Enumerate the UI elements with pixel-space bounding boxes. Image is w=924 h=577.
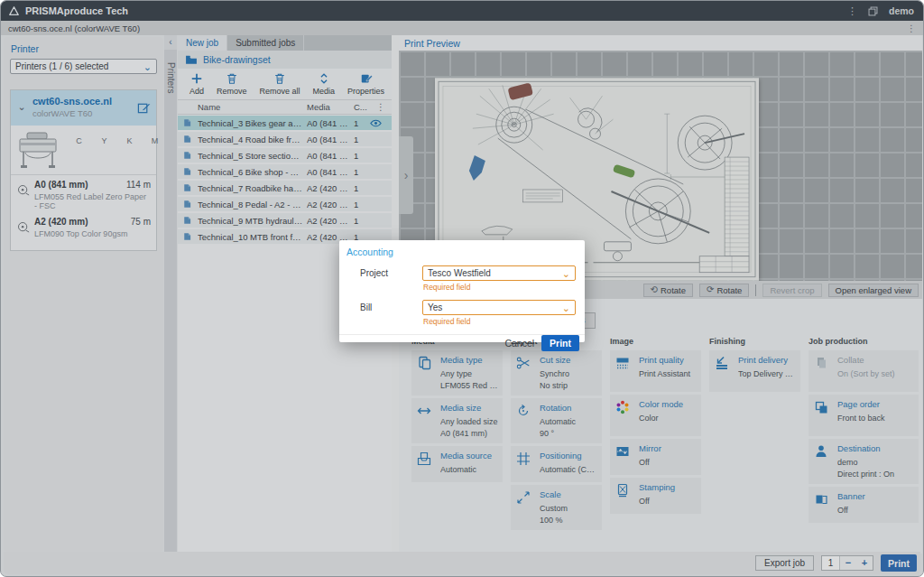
- dialog-print-button[interactable]: Print: [541, 335, 579, 351]
- chevron-down-icon: ⌄: [562, 270, 570, 277]
- app-window: PRISMAproduce Tech ⋮ demo cwt60-sns.oce.…: [0, 0, 924, 577]
- project-select[interactable]: Tesco Westfield ⌄: [422, 265, 576, 281]
- bill-field-row: Bill Yes ⌄ Required field: [360, 300, 576, 331]
- project-field-row: Project Tesco Westfield ⌄ Required field: [360, 265, 576, 297]
- project-label: Project: [360, 265, 422, 297]
- accounting-dialog: Accounting Project Tesco Westfield ⌄ Req…: [339, 240, 585, 342]
- chevron-down-icon: ⌄: [562, 304, 570, 312]
- cancel-button[interactable]: Cancel: [504, 338, 534, 349]
- bill-required-hint: Required field: [423, 317, 576, 326]
- bill-select[interactable]: Yes ⌄: [422, 300, 576, 315]
- dialog-footer: Cancel Print: [339, 334, 585, 351]
- dialog-title: Accounting: [346, 247, 585, 257]
- project-required-hint: Required field: [423, 283, 576, 292]
- bill-label: Bill: [360, 300, 422, 331]
